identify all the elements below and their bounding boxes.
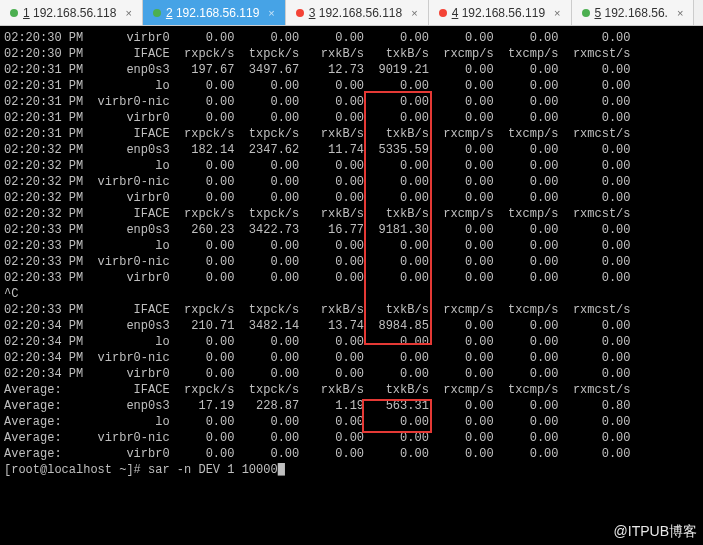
tab-label: 5 192.168.56. (595, 6, 668, 20)
data-row: 02:20:34 PM virbr0 0.00 0.00 0.00 0.00 0… (4, 366, 703, 382)
tab-session-1[interactable]: 1 192.168.56.118× (0, 0, 143, 25)
data-row: 02:20:34 PM lo 0.00 0.00 0.00 0.00 0.00 … (4, 334, 703, 350)
header-row: 02:20:33 PM IFACE rxpck/s txpck/s rxkB/s… (4, 302, 703, 318)
data-row: 02:20:33 PM virbr0 0.00 0.00 0.00 0.00 0… (4, 270, 703, 286)
close-icon[interactable]: × (554, 7, 560, 19)
avg-row: Average: enp0s3 17.19 228.87 1.19 563.31… (4, 398, 703, 414)
status-dot-icon (439, 9, 447, 17)
close-icon[interactable]: × (268, 7, 274, 19)
tab-session-5[interactable]: 5 192.168.56.× (572, 0, 695, 25)
data-row: 02:20:32 PM enp0s3 182.14 2347.62 11.74 … (4, 142, 703, 158)
status-dot-icon (296, 9, 304, 17)
tab-session-2[interactable]: 2 192.168.56.119× (143, 0, 286, 25)
status-dot-icon (10, 9, 18, 17)
avg-row: Average: virbr0 0.00 0.00 0.00 0.00 0.00… (4, 446, 703, 462)
status-dot-icon (582, 9, 590, 17)
prompt-line: [root@localhost ~]# sar -n DEV 1 10000█ (4, 462, 703, 478)
data-row: 02:20:30 PM virbr0 0.00 0.00 0.00 0.00 0… (4, 30, 703, 46)
tab-session-4[interactable]: 4 192.168.56.119× (429, 0, 572, 25)
avg-row: Average: virbr0-nic 0.00 0.00 0.00 0.00 … (4, 430, 703, 446)
data-row: 02:20:33 PM lo 0.00 0.00 0.00 0.00 0.00 … (4, 238, 703, 254)
status-dot-icon (153, 9, 161, 17)
tab-label: 2 192.168.56.119 (166, 6, 259, 20)
watermark: @ITPUB博客 (614, 523, 697, 541)
close-icon[interactable]: × (125, 7, 131, 19)
data-row: 02:20:33 PM enp0s3 260.23 3422.73 16.77 … (4, 222, 703, 238)
tab-session-3[interactable]: 3 192.168.56.118× (286, 0, 429, 25)
header-row: 02:20:30 PM IFACE rxpck/s txpck/s rxkB/s… (4, 46, 703, 62)
header-row: 02:20:31 PM IFACE rxpck/s txpck/s rxkB/s… (4, 126, 703, 142)
ctrl-c: ^C (4, 286, 703, 302)
terminal[interactable]: 02:20:30 PM virbr0 0.00 0.00 0.00 0.00 0… (0, 26, 703, 545)
avg-row: Average: lo 0.00 0.00 0.00 0.00 0.00 0.0… (4, 414, 703, 430)
data-row: 02:20:32 PM virbr0 0.00 0.00 0.00 0.00 0… (4, 190, 703, 206)
data-row: 02:20:32 PM lo 0.00 0.00 0.00 0.00 0.00 … (4, 158, 703, 174)
avg-header-row: Average: IFACE rxpck/s txpck/s rxkB/s tx… (4, 382, 703, 398)
tab-label: 3 192.168.56.118 (309, 6, 402, 20)
data-row: 02:20:34 PM virbr0-nic 0.00 0.00 0.00 0.… (4, 350, 703, 366)
data-row: 02:20:33 PM virbr0-nic 0.00 0.00 0.00 0.… (4, 254, 703, 270)
header-row: 02:20:32 PM IFACE rxpck/s txpck/s rxkB/s… (4, 206, 703, 222)
close-icon[interactable]: × (411, 7, 417, 19)
tab-label: 1 192.168.56.118 (23, 6, 116, 20)
data-row: 02:20:31 PM virbr0 0.00 0.00 0.00 0.00 0… (4, 110, 703, 126)
tab-label: 4 192.168.56.119 (452, 6, 545, 20)
tab-bar: 1 192.168.56.118×2 192.168.56.119×3 192.… (0, 0, 703, 26)
data-row: 02:20:31 PM enp0s3 197.67 3497.67 12.73 … (4, 62, 703, 78)
close-icon[interactable]: × (677, 7, 683, 19)
data-row: 02:20:31 PM virbr0-nic 0.00 0.00 0.00 0.… (4, 94, 703, 110)
data-row: 02:20:31 PM lo 0.00 0.00 0.00 0.00 0.00 … (4, 78, 703, 94)
data-row: 02:20:32 PM virbr0-nic 0.00 0.00 0.00 0.… (4, 174, 703, 190)
data-row: 02:20:34 PM enp0s3 210.71 3482.14 13.74 … (4, 318, 703, 334)
